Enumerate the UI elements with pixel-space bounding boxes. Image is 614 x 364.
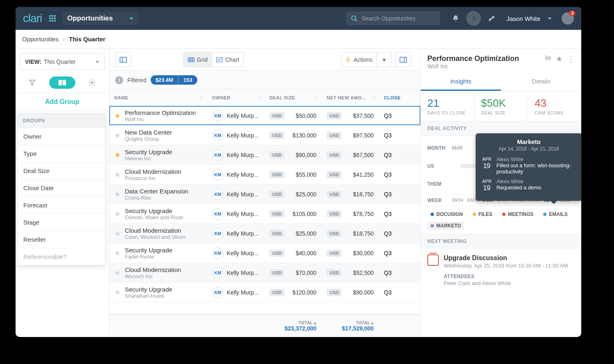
tools-icon[interactable] bbox=[484, 11, 499, 26]
star-icon[interactable]: ★ bbox=[114, 229, 121, 238]
star-icon[interactable]: ★ bbox=[114, 209, 121, 218]
group-item[interactable]: Type bbox=[18, 145, 105, 162]
next-meeting-label: NEXT MEETING bbox=[421, 234, 581, 249]
star-icon[interactable]: ★ bbox=[114, 131, 121, 140]
help-icon[interactable]: ? bbox=[466, 11, 481, 26]
table-row[interactable]: ★Security UpgradeNienow Inc KMKelly Murp… bbox=[109, 145, 420, 165]
next-meeting[interactable]: Upgrade Discussion Wednesday, Apr 25, 20… bbox=[421, 249, 581, 292]
close-quarter: Q3 bbox=[379, 283, 420, 302]
close-quarter: Q3 bbox=[379, 263, 420, 282]
svg-line-10 bbox=[355, 20, 357, 21]
star-icon[interactable]: ★ bbox=[114, 151, 121, 160]
owner-avatar: KM bbox=[212, 149, 223, 161]
group-item[interactable]: Referenceable? bbox=[18, 248, 105, 265]
grid-view-button[interactable]: Grid bbox=[183, 52, 212, 67]
user-menu[interactable]: Jason White bbox=[501, 15, 558, 22]
actions-dropdown[interactable]: ▾ bbox=[377, 52, 392, 67]
notifications-icon[interactable] bbox=[448, 11, 463, 26]
deal-amount: $50,000 bbox=[289, 112, 316, 119]
col-net-new[interactable]: NET NEW AMO... bbox=[322, 90, 379, 106]
attendees: Peter Clark and Alexis White bbox=[444, 280, 568, 286]
activity-tooltip: Marketo Apr 14, 2018 - Apr 21, 2018 APR1… bbox=[476, 133, 581, 201]
owner-name: Kelly Murp... bbox=[227, 152, 259, 158]
filter-icon[interactable] bbox=[25, 76, 40, 89]
svg-rect-11 bbox=[59, 80, 62, 82]
company-name: Crona-Rau bbox=[125, 195, 188, 201]
col-name[interactable]: NAME bbox=[109, 90, 207, 106]
owner-avatar: KM bbox=[212, 110, 223, 121]
linkedin-icon[interactable]: in bbox=[545, 54, 551, 70]
company-name: Prosacco Inc bbox=[125, 175, 181, 181]
owner-avatar: KM bbox=[212, 247, 223, 259]
main: Grid Chart Actions ▾ i Filtered $23.4M 1… bbox=[109, 49, 421, 337]
close-quarter: Q3 bbox=[379, 126, 420, 145]
col-close[interactable]: CLOSE bbox=[379, 90, 420, 106]
currency-badge: USD bbox=[327, 210, 342, 218]
star-icon[interactable]: ★ bbox=[556, 54, 562, 70]
group-item[interactable]: Deal Size bbox=[18, 162, 105, 179]
group-item[interactable]: Stage bbox=[18, 213, 105, 231]
star-icon[interactable]: ★ bbox=[114, 288, 121, 297]
table-row[interactable]: ★New Data CenterQuigley Group KMKelly Mu… bbox=[109, 126, 420, 145]
tab-insights[interactable]: Insights bbox=[421, 73, 501, 91]
breadcrumb-root[interactable]: Opportunities bbox=[22, 36, 59, 43]
table-row[interactable]: ★Security UpgradeShanahan-Huels KMKelly … bbox=[109, 283, 420, 302]
svg-rect-4 bbox=[52, 18, 53, 19]
left-panel-toggle[interactable] bbox=[115, 52, 131, 67]
filter-bar: i Filtered $23.4M 153 bbox=[109, 71, 420, 90]
add-group-button[interactable]: Add Group bbox=[16, 93, 109, 111]
right-panel-toggle[interactable] bbox=[395, 52, 411, 67]
currency-badge: USD bbox=[269, 210, 284, 218]
table-row[interactable]: ★Security UpgradeOsinski, Moen and Roob … bbox=[109, 204, 420, 224]
detail-panel: Performance Optimization Wolf Inc in ★ ⋮… bbox=[421, 49, 581, 337]
table-row[interactable]: ★Data Center ExpansionCrona-Rau KMKelly … bbox=[109, 184, 420, 204]
legend-item[interactable]: DOCUSIGN bbox=[427, 210, 466, 218]
filter-pill[interactable]: $23.4M 153 bbox=[151, 75, 197, 85]
module-selector[interactable]: Opportunities bbox=[62, 12, 138, 25]
currency-badge: USD bbox=[327, 132, 342, 139]
tab-details[interactable]: Details bbox=[501, 73, 581, 91]
info-icon[interactable]: i bbox=[115, 76, 123, 84]
search-bar[interactable] bbox=[346, 11, 440, 25]
more-icon[interactable]: ⋮ bbox=[567, 54, 575, 70]
star-icon[interactable]: ★ bbox=[114, 190, 121, 199]
notification-badge: 3 bbox=[569, 11, 576, 16]
close-quarter: Q3 bbox=[379, 224, 420, 243]
star-icon[interactable]: ★ bbox=[114, 268, 121, 277]
legend-item[interactable]: MEETINGS bbox=[499, 210, 537, 218]
group-toggle[interactable] bbox=[49, 76, 75, 89]
col-owner[interactable]: OWNER bbox=[207, 90, 264, 106]
group-item[interactable]: Close Date bbox=[18, 179, 105, 196]
view-selector[interactable]: VIEW: This Quarter bbox=[20, 54, 105, 70]
actions-group: Actions ▾ bbox=[341, 52, 392, 67]
table-row[interactable]: ★Security UpgradeFadel-Runte KMKelly Mur… bbox=[109, 243, 420, 263]
table-row[interactable]: ★Performance OptimizationWolf Inc KMKell… bbox=[109, 106, 420, 126]
table-row[interactable]: ★Cloud ModernizationConn, Wuckert and Ve… bbox=[109, 224, 420, 243]
table-row[interactable]: ★Cloud ModernizationWunsch Inc KMKelly M… bbox=[109, 263, 420, 283]
actions-button[interactable]: Actions bbox=[341, 52, 377, 67]
table-row[interactable]: ★Cloud ModernizationProsacco Inc KMKelly… bbox=[109, 165, 420, 184]
stat-crm-score: 43CRM SCORE bbox=[528, 91, 581, 121]
currency-badge: USD bbox=[327, 249, 342, 257]
group-item[interactable]: Reseller bbox=[18, 231, 105, 248]
company-name: Wolf Inc bbox=[125, 116, 196, 122]
chart-view-button[interactable]: Chart bbox=[212, 52, 244, 67]
group-item[interactable]: Owner bbox=[18, 128, 105, 145]
star-icon[interactable]: ★ bbox=[114, 111, 121, 120]
group-item[interactable]: Forecast bbox=[18, 196, 105, 213]
legend-item[interactable]: MARKETO bbox=[427, 222, 464, 230]
filter-label: Filtered bbox=[127, 77, 147, 83]
search-input[interactable] bbox=[361, 15, 435, 22]
apps-switcher-icon[interactable] bbox=[49, 15, 58, 22]
user-avatar[interactable]: 3 bbox=[562, 12, 574, 25]
legend-item[interactable]: FILES bbox=[470, 210, 496, 218]
star-icon[interactable]: ★ bbox=[114, 249, 121, 258]
owner-name: Kelly Murp... bbox=[227, 230, 259, 237]
star-icon[interactable]: ★ bbox=[114, 170, 121, 179]
legend-item[interactable]: EMAILS bbox=[540, 210, 571, 218]
col-deal-size[interactable]: DEAL SIZE bbox=[264, 90, 322, 106]
settings-icon[interactable] bbox=[85, 76, 99, 89]
net-amount: $97,500 bbox=[346, 132, 374, 139]
deal-name: Performance Optimization bbox=[125, 109, 196, 116]
net-amount: $18,750 bbox=[346, 191, 374, 198]
